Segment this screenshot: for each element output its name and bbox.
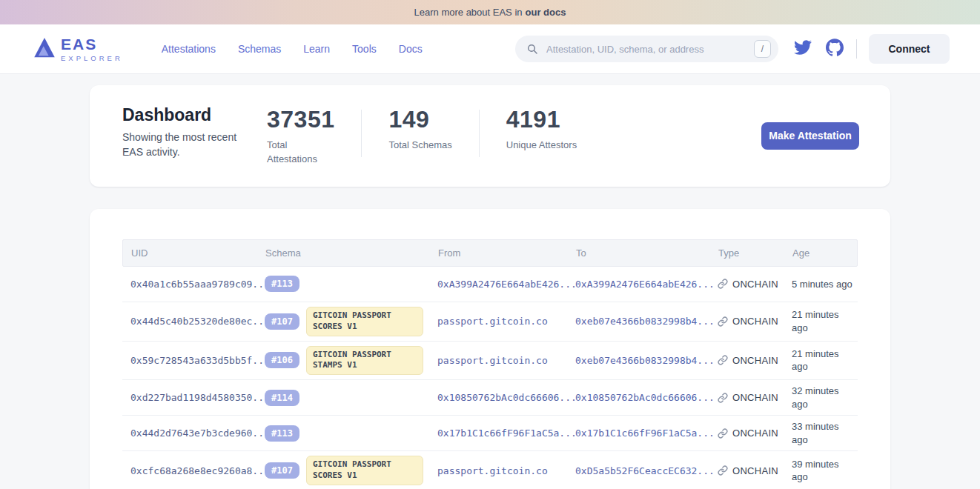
logo-title: EAS xyxy=(61,36,123,52)
from-address-link[interactable]: 0x17b1C1c66fF96F1aC5a... xyxy=(437,428,575,439)
column-header-from: From xyxy=(438,247,576,259)
to-address-link[interactable]: 0xA399A2476E664abE426... xyxy=(575,279,718,290)
schema-name-badge[interactable]: GITCOIN PASSPORT SCORES V1 xyxy=(306,307,423,336)
schema-id-badge[interactable]: #113 xyxy=(265,276,299,292)
table-row: 0xd227bad1198d4580350... #114 0x10850762… xyxy=(122,380,858,416)
nav-learn[interactable]: Learn xyxy=(303,43,330,55)
type-cell: ONCHAIN xyxy=(718,392,792,403)
schema-id-badge[interactable]: #107 xyxy=(265,313,299,330)
column-header-to: To xyxy=(576,247,718,259)
from-address-link[interactable]: 0xA399A2476E664abE426... xyxy=(437,279,575,290)
column-header-type: Type xyxy=(718,247,792,259)
stats-row: 37351 Total Attestations 149 Total Schem… xyxy=(267,107,577,167)
uid-link[interactable]: 0x44d5c40b25320de80ec... xyxy=(122,316,265,327)
attestations-table: UID Schema From To Type Age 0x40a1c6b55a… xyxy=(122,239,858,489)
schema-cell: #113 xyxy=(265,425,437,442)
onchain-link-icon xyxy=(718,393,728,403)
stat-unique-attestors: 4191 Unique Attestors xyxy=(506,107,577,153)
age-label: 32 minutes ago xyxy=(792,385,858,410)
age-label: 21 minutes ago xyxy=(792,347,858,373)
onchain-link-icon xyxy=(718,465,728,476)
uid-link[interactable]: 0xcfc68a268e8ec9260a8... xyxy=(122,465,265,476)
banner-docs-link[interactable]: our docs xyxy=(526,7,566,18)
column-header-schema: Schema xyxy=(265,247,438,259)
table-row: 0x44d2d7643e7b3cde960... #113 0x17b1C1c6… xyxy=(122,416,858,451)
table-body: 0x40a1c6b55aaa9789c09... #113 0xA399A247… xyxy=(122,267,858,489)
table-row: 0x59c728543a633d5bb5f... #106 GITCOIN PA… xyxy=(122,342,858,381)
schema-id-badge[interactable]: #107 xyxy=(265,462,299,479)
age-label: 39 minutes ago xyxy=(792,458,858,484)
stat-total-attestations: 37351 Total Attestations xyxy=(267,107,334,167)
uid-link[interactable]: 0x59c728543a633d5bb5f... xyxy=(122,355,265,366)
to-address-link[interactable]: 0x17b1C1c66fF96F1aC5a... xyxy=(575,428,718,439)
age-label: 33 minutes ago xyxy=(792,420,858,446)
onchain-link-icon xyxy=(718,279,728,289)
schema-name-badge[interactable]: GITCOIN PASSPORT STAMPS V1 xyxy=(306,346,423,376)
stat-divider xyxy=(479,110,480,157)
header-divider xyxy=(856,39,857,59)
schema-id-badge[interactable]: #113 xyxy=(265,425,299,442)
uid-link[interactable]: 0x44d2d7643e7b3cde960... xyxy=(122,428,265,439)
type-label: ONCHAIN xyxy=(732,279,778,290)
type-cell: ONCHAIN xyxy=(718,279,792,290)
page-title: Dashboard xyxy=(122,105,267,125)
announcement-banner: Learn more about EAS in our docs xyxy=(0,0,980,24)
schema-id-badge[interactable]: #114 xyxy=(265,390,299,406)
from-address-link[interactable]: 0x10850762bAc0dc66606... xyxy=(437,392,575,403)
schema-cell: #114 xyxy=(265,390,437,406)
main-content: Dashboard Showing the most recent EAS ac… xyxy=(90,85,890,489)
type-label: ONCHAIN xyxy=(732,355,778,366)
stat-value: 4191 xyxy=(506,107,577,133)
eas-triangle-icon xyxy=(33,36,56,62)
schema-id-badge[interactable]: #106 xyxy=(265,352,299,368)
table-row: 0x40a1c6b55aaa9789c09... #113 0xA399A247… xyxy=(122,267,858,302)
type-cell: ONCHAIN xyxy=(718,355,792,366)
age-label: 21 minutes ago xyxy=(792,308,858,334)
nav-attestations[interactable]: Attestations xyxy=(162,43,216,55)
type-label: ONCHAIN xyxy=(732,316,778,327)
type-label: ONCHAIN xyxy=(732,392,778,403)
search-shortcut-key: / xyxy=(754,40,771,58)
schema-cell: #107 GITCOIN PASSPORT SCORES V1 xyxy=(265,307,437,336)
nav-docs[interactable]: Docs xyxy=(399,43,423,55)
banner-text: Learn more about EAS in xyxy=(414,7,523,18)
type-label: ONCHAIN xyxy=(732,465,778,476)
stat-label: Unique Attestors xyxy=(506,139,577,153)
table-header: UID Schema From To Type Age xyxy=(122,239,858,267)
age-label: 5 minutes ago xyxy=(792,278,858,291)
eas-logo[interactable]: EAS EXPLORER xyxy=(33,36,123,62)
stat-divider xyxy=(361,110,362,157)
social-links xyxy=(793,39,844,59)
to-address-link[interactable]: 0xD5a5b52F6CeaccEC632... xyxy=(575,465,718,476)
twitter-icon[interactable] xyxy=(793,39,812,59)
onchain-link-icon xyxy=(718,355,728,365)
make-attestation-button[interactable]: Make Attestation xyxy=(761,122,859,150)
type-cell: ONCHAIN xyxy=(718,465,792,476)
github-icon[interactable] xyxy=(825,39,844,59)
table-row: 0x44d5c40b25320de80ec... #107 GITCOIN PA… xyxy=(122,302,858,342)
from-address-link[interactable]: passport.gitcoin.co xyxy=(437,355,575,366)
stat-value: 37351 xyxy=(267,107,334,133)
header: EAS EXPLORER Attestations Schemas Learn … xyxy=(0,24,980,74)
search-input[interactable] xyxy=(515,36,778,62)
schema-name-badge[interactable]: GITCOIN PASSPORT SCORES V1 xyxy=(306,456,423,485)
onchain-link-icon xyxy=(718,428,728,439)
from-address-link[interactable]: passport.gitcoin.co xyxy=(437,465,575,476)
dashboard-card: Dashboard Showing the most recent EAS ac… xyxy=(90,85,890,187)
uid-link[interactable]: 0xd227bad1198d4580350... xyxy=(122,392,265,403)
table-row: 0xcfc68a268e8ec9260a8... #107 GITCOIN PA… xyxy=(122,451,858,489)
stat-value: 149 xyxy=(388,107,451,133)
type-label: ONCHAIN xyxy=(732,428,778,439)
to-address-link[interactable]: 0xeb07e4366b0832998b4... xyxy=(575,355,718,366)
attestations-card: UID Schema From To Type Age 0x40a1c6b55a… xyxy=(90,209,890,489)
to-address-link[interactable]: 0xeb07e4366b0832998b4... xyxy=(575,316,718,327)
to-address-link[interactable]: 0x10850762bAc0dc66606... xyxy=(575,392,718,403)
page-subtitle: Showing the most recent EAS activity. xyxy=(122,130,254,160)
connect-button[interactable]: Connect xyxy=(869,34,950,64)
nav-tools[interactable]: Tools xyxy=(352,43,377,55)
type-cell: ONCHAIN xyxy=(718,428,792,439)
from-address-link[interactable]: passport.gitcoin.co xyxy=(437,316,575,327)
nav-schemas[interactable]: Schemas xyxy=(238,43,281,55)
stat-label: Total Attestations xyxy=(267,139,332,167)
uid-link[interactable]: 0x40a1c6b55aaa9789c09... xyxy=(122,279,265,290)
